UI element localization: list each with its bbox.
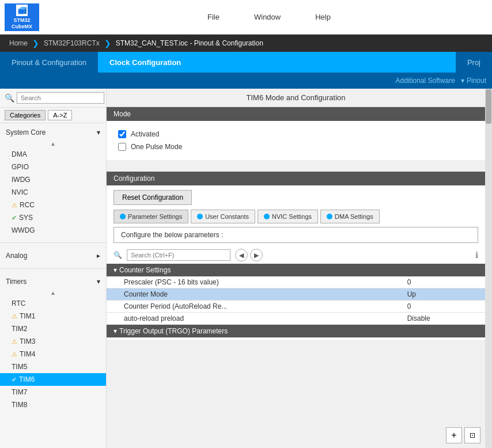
- logo: STM32CubeMX: [5, 3, 39, 31]
- main-layout: 🔍 ⚙ Categories A->Z System Core ▾ ▲ DMA …: [0, 89, 492, 448]
- breadcrumb: Home ❯ STM32F103RCTx ❯ STM32_CAN_TEST.io…: [0, 35, 492, 52]
- tab-pinout[interactable]: Pinout & Configuration: [0, 52, 98, 73]
- param-prescaler-value[interactable]: 0: [400, 276, 485, 288]
- nvic-dot: [264, 214, 270, 219]
- activated-label: Activated: [131, 130, 159, 138]
- sidebar-item-tim2[interactable]: TIM2: [0, 322, 106, 335]
- table-row[interactable]: Counter Period (AutoReload Re... 0: [107, 301, 485, 313]
- breadcrumb-home[interactable]: Home: [5, 37, 32, 50]
- breadcrumb-sep2: ❯: [104, 39, 111, 48]
- scroll-up-system[interactable]: ▲: [0, 139, 106, 148]
- tim4-warn-icon: ⚠: [12, 351, 17, 358]
- tab-user-constants[interactable]: User Constants: [191, 210, 255, 223]
- sidebar-search-input[interactable]: [17, 92, 104, 104]
- param-preload-value[interactable]: Disable: [400, 313, 485, 325]
- az-button[interactable]: A->Z: [48, 110, 72, 120]
- sidebar-item-tim5[interactable]: TIM5: [0, 360, 106, 373]
- table-row[interactable]: Counter Mode Up: [107, 288, 485, 301]
- sidebar-item-tim8[interactable]: TIM8: [0, 398, 106, 411]
- one-pulse-row: One Pulse Mode: [118, 141, 474, 153]
- activated-checkbox[interactable]: [118, 130, 126, 138]
- main-content: TIM6 Mode and Configuration Mode Activat…: [107, 89, 485, 448]
- one-pulse-checkbox[interactable]: [118, 143, 126, 151]
- sidebar-item-wwdg[interactable]: WWDG: [0, 224, 106, 237]
- subtab-additional[interactable]: Additional Software: [390, 77, 461, 85]
- trigger-settings-header[interactable]: ▾ Trigger Output (TRGO) Parameters: [107, 325, 485, 338]
- system-core-label: System Core: [6, 128, 46, 136]
- nav-arrow-next[interactable]: ▶: [250, 249, 263, 261]
- table-row[interactable]: auto-reload preload Disable: [107, 313, 485, 325]
- sidebar-item-tim4[interactable]: ⚠ TIM4: [0, 348, 106, 360]
- param-period-name: Counter Period (AutoReload Re...: [107, 301, 400, 313]
- categories-button[interactable]: Categories: [5, 110, 46, 120]
- divider-2: [0, 268, 106, 269]
- timers-chevron: ▾: [97, 278, 100, 286]
- reset-config-button[interactable]: Reset Configuration: [113, 190, 192, 205]
- tab-project[interactable]: Proj: [456, 52, 492, 73]
- sidebar-item-dma[interactable]: DMA: [0, 148, 106, 161]
- top-bar: STM32CubeMX File Window Help: [0, 0, 492, 35]
- logo-text: STM32CubeMX: [12, 17, 32, 30]
- system-core-chevron: ▾: [97, 128, 100, 136]
- param-counter-mode-name: Counter Mode: [107, 288, 400, 301]
- tab-parameter-settings[interactable]: Parameter Settings: [113, 210, 188, 223]
- sidebar-item-tim1[interactable]: ⚠ TIM1: [0, 310, 106, 322]
- timers-label: Timers: [6, 278, 27, 286]
- menu-file[interactable]: File: [207, 13, 219, 21]
- sidebar-section-header-system-core[interactable]: System Core ▾: [0, 126, 106, 139]
- param-preload-name: auto-reload preload: [107, 313, 400, 325]
- table-row[interactable]: Prescaler (PSC - 16 bits value) 0: [107, 276, 485, 288]
- subtab-pinout[interactable]: ▾ Pinout: [461, 77, 486, 85]
- sidebar-item-iwdg[interactable]: IWDG: [0, 173, 106, 186]
- tab-nvic-settings[interactable]: NVIC Settings: [258, 210, 318, 223]
- breadcrumb-sep1: ❯: [32, 39, 39, 48]
- sidebar-item-tim7[interactable]: TIM7: [0, 386, 106, 398]
- sidebar-item-rtc[interactable]: RTC: [0, 297, 106, 310]
- sidebar-search-icon[interactable]: 🔍: [5, 93, 14, 102]
- mode-header: Mode: [107, 107, 485, 121]
- sidebar: 🔍 ⚙ Categories A->Z System Core ▾ ▲ DMA …: [0, 89, 107, 448]
- scroll-up-timers[interactable]: ▲: [0, 288, 106, 297]
- analog-label: Analog: [6, 252, 27, 260]
- main-tab-bar: Pinout & Configuration Clock Configurati…: [0, 52, 492, 73]
- sidebar-item-sys[interactable]: ✔ SYS: [0, 211, 106, 224]
- sidebar-item-tim3[interactable]: ⚠ TIM3: [0, 335, 106, 348]
- tim3-warn-icon: ⚠: [12, 338, 17, 346]
- nav-arrow-prev[interactable]: ◀: [235, 249, 248, 261]
- zoom-fit-button[interactable]: ⊡: [464, 427, 480, 443]
- tab-clock[interactable]: Clock Configuration: [98, 52, 192, 73]
- sidebar-search-bar: 🔍 ⚙: [0, 89, 106, 108]
- sidebar-item-tim6[interactable]: ✔ TIM6: [0, 373, 106, 386]
- scrollbar-track[interactable]: [485, 89, 492, 448]
- zoom-in-button[interactable]: +: [446, 427, 462, 443]
- sidebar-section-header-analog[interactable]: Analog ▸: [0, 249, 106, 263]
- sidebar-item-nvic[interactable]: NVIC: [0, 186, 106, 199]
- zoom-controls: + ⊡: [446, 427, 480, 443]
- menu-window[interactable]: Window: [254, 13, 281, 21]
- content-title: TIM6 Mode and Configuration: [107, 89, 485, 107]
- param-prescaler-name: Prescaler (PSC - 16 bits value): [107, 276, 400, 288]
- nav-arrows: ◀ ▶: [235, 249, 263, 261]
- configure-text: Configure the below parameters :: [113, 227, 478, 243]
- breadcrumb-chip[interactable]: STM32F103RCTx: [39, 37, 104, 50]
- svg-rect-0: [18, 9, 24, 14]
- divider-1: [0, 242, 106, 243]
- param-search-bar: 🔍 ◀ ▶ ℹ: [107, 246, 485, 264]
- menu-help[interactable]: Help: [315, 13, 331, 21]
- breadcrumb-project[interactable]: STM32_CAN_TEST.ioc - Pinout & Configurat…: [111, 37, 268, 50]
- sidebar-section-analog: Analog ▸: [0, 246, 106, 265]
- sidebar-item-gpio[interactable]: GPIO: [0, 161, 106, 173]
- param-period-value[interactable]: 0: [400, 301, 485, 313]
- trigger-settings-label: Trigger Output (TRGO) Parameters: [119, 327, 228, 335]
- scrollbar-thumb[interactable]: [486, 89, 491, 124]
- analog-chevron: ▸: [97, 252, 100, 260]
- sidebar-section-header-timers[interactable]: Timers ▾: [0, 275, 106, 288]
- content-wrapper: TIM6 Mode and Configuration Mode Activat…: [107, 89, 492, 448]
- param-search-input[interactable]: [127, 249, 230, 261]
- counter-settings-header[interactable]: ▾ Counter Settings: [107, 264, 485, 276]
- config-header: Configuration: [107, 172, 485, 185]
- info-icon: ℹ: [475, 250, 478, 260]
- sidebar-item-rcc[interactable]: ⚠ RCC: [0, 199, 106, 211]
- tab-dma-settings[interactable]: DMA Settings: [320, 210, 380, 223]
- param-counter-mode-value[interactable]: Up: [400, 288, 485, 301]
